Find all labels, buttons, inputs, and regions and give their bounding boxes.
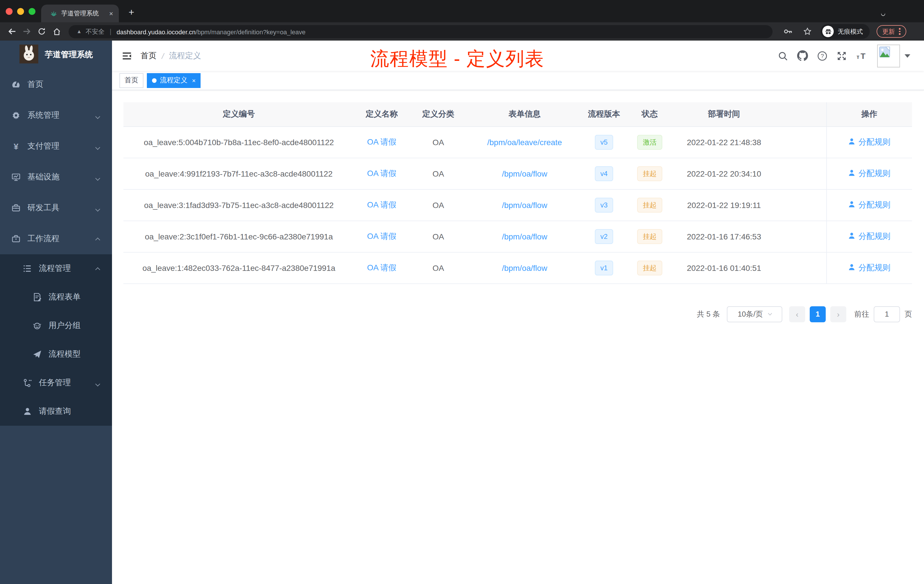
assign-rule-link[interactable]: 分配规则 xyxy=(858,262,891,273)
sidebar-menu: 首页系统管理¥支付管理基础设施研发工具工作流程流程管理流程表单用户分组流程模型任… xyxy=(0,69,112,426)
spacer-cell xyxy=(775,221,826,252)
collapse-sidebar-icon[interactable] xyxy=(112,41,140,71)
sidebar-item-6[interactable]: 流程管理 xyxy=(0,254,112,283)
sidebar-item-label: 请假查询 xyxy=(39,406,112,417)
deploy-time-cell: 2022-01-22 19:19:11 xyxy=(673,189,775,221)
assign-rule-link[interactable]: 分配规则 xyxy=(858,200,891,210)
tag-label: 流程定义 xyxy=(160,76,187,85)
category-cell: OA xyxy=(409,158,467,189)
form-info-cell: /bpm/oa/leave/create xyxy=(467,126,582,158)
back-icon[interactable] xyxy=(6,25,18,38)
avatar-dropdown-icon[interactable] xyxy=(904,54,910,58)
sidebar-item-1[interactable]: 系统管理 xyxy=(0,100,112,131)
browser-menu-icon[interactable] xyxy=(899,28,900,35)
breadcrumb-home[interactable]: 首页 xyxy=(140,51,157,61)
pagination: 共 5 条 10条/页 ‹ 1 › 前往 页 xyxy=(124,306,912,322)
sidebar-item-label: 流程模型 xyxy=(49,349,112,360)
address-bar[interactable]: ▲ 不安全 | dashboard.yudao.iocoder.cn/bpm/m… xyxy=(69,25,772,38)
pagination-total: 共 5 条 xyxy=(697,309,720,319)
sidebar-item-3[interactable]: 基础设施 xyxy=(0,162,112,193)
column-header-2: 定义分类 xyxy=(409,102,467,126)
form-info-link[interactable]: /bpm/oa/flow xyxy=(502,200,548,210)
assign-rule-link[interactable]: 分配规则 xyxy=(858,168,891,178)
maximize-window-button[interactable] xyxy=(28,8,35,15)
version-tag: v5 xyxy=(594,135,613,149)
font-size-icon[interactable]: тT xyxy=(856,51,868,61)
tag-1[interactable]: 流程定义× xyxy=(147,73,201,88)
sidebar-item-11[interactable]: 请假查询 xyxy=(0,397,112,426)
sidebar-item-label: 用户分组 xyxy=(49,320,112,331)
svg-text:?: ? xyxy=(820,53,824,59)
home-icon[interactable] xyxy=(50,25,63,38)
version-tag: v1 xyxy=(594,260,613,275)
spacer-cell xyxy=(775,189,826,221)
minimize-window-button[interactable] xyxy=(17,8,24,15)
sidebar-item-0[interactable]: 首页 xyxy=(0,69,112,100)
sidebar-item-9[interactable]: 流程模型 xyxy=(0,340,112,369)
sidebar-item-label: 基础设施 xyxy=(27,172,96,182)
github-icon[interactable] xyxy=(797,50,808,61)
new-tab-button[interactable]: + xyxy=(125,6,138,20)
breadcrumb-separator: / xyxy=(162,51,164,60)
assign-person-icon xyxy=(848,169,856,178)
form-info-link[interactable]: /bpm/oa/leave/create xyxy=(487,137,562,147)
prev-page-button[interactable]: ‹ xyxy=(789,306,805,322)
sidebar-item-7[interactable]: 流程表单 xyxy=(0,283,112,312)
fullscreen-icon[interactable] xyxy=(837,51,847,61)
bookmark-star-icon[interactable] xyxy=(801,25,814,38)
security-label[interactable]: 不安全 xyxy=(86,27,105,36)
definition-name-cell: OA 请假 xyxy=(354,126,409,158)
definition-name-link[interactable]: OA 请假 xyxy=(367,200,396,209)
sidebar-item-4[interactable]: 研发工具 xyxy=(0,193,112,223)
version-cell: v5 xyxy=(582,126,626,158)
browser-tab[interactable]: 芋道管理系统 × xyxy=(41,5,119,22)
sidebar-item-5[interactable]: 工作流程 xyxy=(0,223,112,254)
form-info-link[interactable]: /bpm/oa/flow xyxy=(502,169,548,178)
browser-toolbar: ▲ 不安全 | dashboard.yudao.iocoder.cn/bpm/m… xyxy=(0,22,924,41)
form-info-link[interactable]: /bpm/oa/flow xyxy=(502,232,548,241)
dashboard-icon xyxy=(12,80,21,89)
tab-search-icon[interactable] xyxy=(881,8,886,13)
chevron-up-icon xyxy=(96,264,99,273)
assign-rule-link[interactable]: 分配规则 xyxy=(858,231,891,241)
goto-page-input[interactable] xyxy=(874,306,900,322)
definition-name-link[interactable]: OA 请假 xyxy=(367,137,396,146)
definition-name-cell: OA 请假 xyxy=(354,252,409,284)
help-icon[interactable]: ? xyxy=(817,51,827,61)
tag-close-icon[interactable]: × xyxy=(192,77,196,84)
page-number-button[interactable]: 1 xyxy=(810,306,826,322)
assign-rule-link[interactable]: 分配规则 xyxy=(858,137,891,147)
sidebar-item-2[interactable]: ¥支付管理 xyxy=(0,131,112,162)
next-page-button[interactable]: › xyxy=(830,306,846,322)
page-size-select[interactable]: 10条/页 xyxy=(727,306,782,322)
form-info-link[interactable]: /bpm/oa/flow xyxy=(502,263,548,272)
browser-update-button[interactable]: 更新 xyxy=(876,25,906,38)
user-avatar-broken-image[interactable] xyxy=(877,44,900,67)
status-tag: 挂起 xyxy=(637,198,662,212)
breadcrumb-current: 流程定义 xyxy=(169,51,201,61)
tab-close-icon[interactable]: × xyxy=(108,10,114,17)
definition-name-link[interactable]: OA 请假 xyxy=(367,168,396,177)
tag-0[interactable]: 首页 xyxy=(119,73,144,88)
gear-icon xyxy=(12,111,21,120)
reload-icon[interactable] xyxy=(35,25,48,38)
key-icon[interactable] xyxy=(782,25,794,38)
status-cell: 挂起 xyxy=(626,252,673,284)
category-cell: OA xyxy=(409,189,467,221)
search-icon[interactable] xyxy=(778,51,788,61)
sidebar-logo[interactable]: 芋道管理系统 xyxy=(0,41,112,69)
close-window-button[interactable] xyxy=(6,8,13,15)
sidebar-item-10[interactable]: 任务管理 xyxy=(0,369,112,397)
url-domain: dashboard.yudao.iocoder.cn xyxy=(117,28,195,35)
table-row-4: oa_leave:1:482ec033-762a-11ec-8477-a2380… xyxy=(124,252,912,284)
window-controls xyxy=(6,8,35,15)
action-cell: 分配规则 xyxy=(826,126,912,158)
form-doc-icon xyxy=(33,292,42,302)
incognito-label: 无痕模式 xyxy=(838,27,863,36)
definition-name-link[interactable]: OA 请假 xyxy=(367,262,396,272)
definition-name-link[interactable]: OA 请假 xyxy=(367,231,396,240)
sidebar-item-8[interactable]: 用户分组 xyxy=(0,312,112,340)
forward-icon[interactable] xyxy=(21,25,33,38)
category-cell: OA xyxy=(409,252,467,284)
table-row-1: oa_leave:4:991f2193-7b7f-11ec-a3c8-acde4… xyxy=(124,158,912,189)
